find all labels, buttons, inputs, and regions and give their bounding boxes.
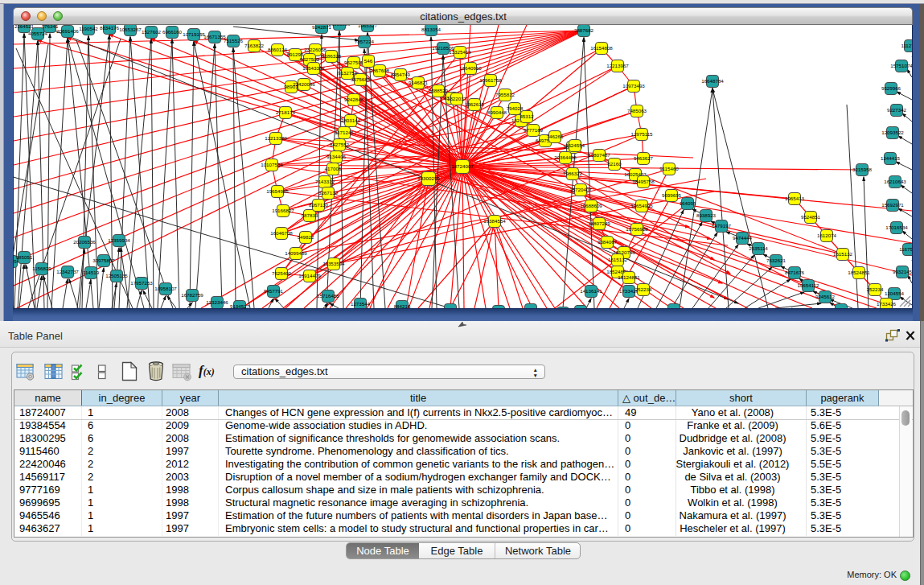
svg-text:15716485: 15716485 — [317, 293, 339, 299]
svg-text:12213389: 12213389 — [265, 135, 287, 141]
svg-text:8660124: 8660124 — [268, 47, 288, 52]
svg-text:9699695: 9699695 — [662, 192, 682, 198]
svg-text:2887682: 2887682 — [574, 27, 594, 33]
svg-text:10719155: 10719155 — [183, 31, 205, 37]
svg-text:16046738: 16046738 — [270, 230, 293, 236]
svg-text:8454749: 8454749 — [391, 72, 411, 77]
svg-text:2718176: 2718176 — [276, 109, 296, 115]
svg-text:9134405: 9134405 — [326, 154, 347, 159]
svg-text:3267130: 3267130 — [318, 190, 339, 196]
svg-text:9463627: 9463627 — [634, 155, 654, 161]
svg-text:9227342: 9227342 — [887, 107, 907, 113]
svg-text:8834176: 8834176 — [100, 25, 120, 31]
svg-text:19654985: 19654985 — [266, 188, 289, 194]
svg-text:10688609: 10688609 — [580, 203, 602, 208]
svg-text:11353594: 11353594 — [322, 261, 345, 266]
svg-text:10756928: 10756928 — [626, 226, 648, 232]
svg-text:1273544: 1273544 — [351, 301, 371, 307]
svg-text:12213967: 12213967 — [606, 63, 629, 68]
svg-text:794028: 794028 — [507, 105, 524, 111]
svg-text:8267130: 8267130 — [309, 202, 329, 208]
svg-text:12975115: 12975115 — [630, 131, 653, 137]
svg-text:3624554: 3624554 — [565, 142, 585, 148]
svg-text:549822: 549822 — [298, 234, 314, 240]
svg-text:15751074: 15751074 — [890, 63, 912, 68]
svg-text:10807487: 10807487 — [588, 152, 610, 158]
svg-text:17359934: 17359934 — [108, 237, 130, 243]
svg-text:1156829: 1156829 — [32, 266, 51, 271]
svg-text:2935114: 2935114 — [749, 245, 768, 251]
svg-text:1612074: 1612074 — [817, 233, 837, 238]
svg-text:16640910: 16640910 — [459, 65, 482, 71]
svg-text:1527602: 1527602 — [142, 29, 162, 35]
svg-text:9524851: 9524851 — [801, 214, 821, 220]
svg-text:18495758: 18495758 — [632, 179, 655, 184]
svg-text:1244415: 1244415 — [881, 155, 901, 161]
svg-text:16033809: 16033809 — [328, 25, 351, 27]
svg-text:23226058: 23226058 — [304, 47, 326, 52]
svg-text:2264521: 2264521 — [14, 25, 35, 29]
svg-text:9146821: 9146821 — [409, 80, 429, 85]
svg-text:1588520: 1588520 — [429, 88, 449, 93]
svg-text:10654112: 10654112 — [797, 282, 819, 288]
svg-text:10958107: 10958107 — [154, 286, 177, 291]
svg-text:9529966: 9529966 — [881, 85, 901, 91]
svg-text:7485063: 7485063 — [627, 108, 647, 113]
svg-text:884216: 884216 — [394, 303, 411, 308]
svg-text:19166827: 19166827 — [272, 208, 294, 213]
svg-text:9327503: 9327503 — [300, 56, 320, 62]
svg-text:20364436: 20364436 — [554, 154, 577, 160]
svg-text:9777169: 9777169 — [524, 127, 544, 133]
svg-text:10961758: 10961758 — [479, 77, 502, 83]
svg-text:18524851: 18524851 — [848, 270, 870, 275]
svg-text:18724007: 18724007 — [451, 163, 474, 169]
svg-text:18300295: 18300295 — [417, 175, 440, 181]
svg-text:7955812: 7955812 — [495, 92, 515, 97]
svg-text:17016534: 17016534 — [885, 225, 908, 230]
svg-text:13325419: 13325419 — [449, 49, 471, 55]
svg-text:9134527: 9134527 — [230, 303, 250, 308]
svg-text:16914479: 16914479 — [298, 273, 321, 278]
svg-text:1322037: 1322037 — [447, 96, 467, 101]
svg-text:22420046: 22420046 — [293, 81, 315, 87]
svg-text:2803144: 2803144 — [341, 117, 361, 123]
svg-text:9527508: 9527508 — [344, 60, 364, 65]
svg-text:9084067: 9084067 — [598, 239, 618, 245]
svg-text:164095: 164095 — [680, 200, 696, 206]
svg-text:8471676: 8471676 — [785, 270, 805, 275]
svg-text:14136141: 14136141 — [580, 288, 602, 294]
svg-text:114519: 114519 — [83, 270, 100, 275]
svg-text:18807249: 18807249 — [588, 220, 610, 226]
svg-text:8990448: 8990448 — [487, 109, 507, 115]
svg-text:15124851: 15124851 — [618, 274, 640, 280]
svg-text:62160: 62160 — [607, 161, 622, 167]
svg-text:12505135: 12505135 — [105, 273, 128, 278]
svg-text:10653267: 10653267 — [119, 27, 142, 32]
svg-text:1171245: 1171245 — [335, 130, 354, 135]
svg-text:252234: 252234 — [635, 286, 652, 292]
svg-text:587833: 587833 — [302, 212, 318, 218]
svg-text:546: 546 — [364, 58, 373, 64]
svg-text:1362615: 1362615 — [465, 101, 485, 107]
svg-text:7625402: 7625402 — [272, 270, 292, 276]
svg-text:9457791: 9457791 — [264, 288, 284, 294]
svg-text:8813054: 8813054 — [421, 27, 441, 32]
svg-text:8427552: 8427552 — [330, 142, 350, 147]
svg-text:1065327: 1065327 — [358, 25, 378, 28]
svg-text:16648784: 16648784 — [701, 78, 724, 84]
svg-text:12093522: 12093522 — [881, 130, 904, 135]
svg-text:20206536: 20206536 — [73, 239, 96, 245]
svg-text:7515526: 7515526 — [224, 38, 244, 43]
svg-text:16782759: 16782759 — [181, 292, 203, 298]
svg-text:7857224: 7857224 — [355, 39, 375, 44]
svg-text:12323446: 12323446 — [206, 299, 228, 305]
svg-text:7632621: 7632621 — [766, 257, 786, 263]
svg-text:10973493: 10973493 — [622, 83, 645, 89]
svg-text:15692971: 15692971 — [881, 202, 904, 208]
svg-text:8186328: 8186328 — [322, 53, 342, 59]
svg-text:7163822: 7163822 — [244, 43, 265, 48]
svg-text:9115460: 9115460 — [659, 166, 679, 171]
svg-text:16154808: 16154808 — [590, 45, 613, 51]
svg-text:45312: 45312 — [519, 113, 534, 119]
svg-text:10107534: 10107534 — [261, 162, 283, 167]
